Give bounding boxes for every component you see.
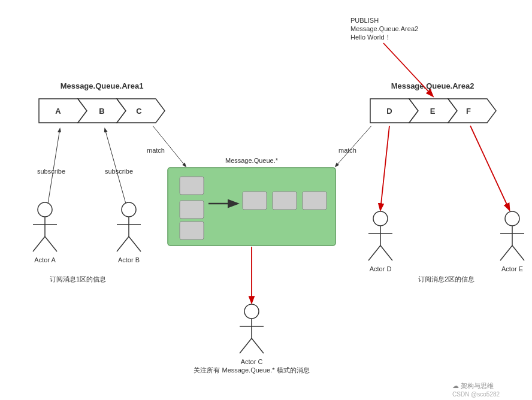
queue1-label-c: C [136,107,142,116]
subscribe-arrow-b [105,129,126,204]
subscribe-label-a: subscribe [37,168,65,175]
queue1-label-b: B [99,107,104,116]
footer-csdn: CSDN @sco5282 [452,391,500,398]
actor-b-label: Actor B [118,256,140,263]
queue2-label-d: D [386,107,392,116]
actor-d-leg-r [380,246,392,260]
actor-a-label: Actor A [34,256,56,263]
actor-d-label: Actor D [370,265,392,272]
actor-a-head [38,202,52,217]
msg-box-4 [243,192,267,210]
actor-a-leg-r [45,237,57,251]
queue2-label-f: F [466,107,471,116]
actor-b-leg-r [129,237,141,251]
publish-msg: Hello World！ [350,34,391,41]
actor-d-head [373,211,388,226]
diagram: A B C D E F Message.Queue.Area1 Message.… [0,0,532,400]
actor-b-leg-l [117,237,129,251]
actor-b-head [122,202,136,217]
queue1-segment-a [39,99,87,123]
footer-brand: ☁ 架构与思维 [452,382,494,389]
area2-sublabel: 订阅消息2区的信息 [418,275,474,283]
match-arrow-1 [153,126,186,166]
msg-box-5 [273,192,297,210]
queue2-title: Message.Queue.Area2 [391,81,474,90]
subscribe-label-b: subscribe [105,168,133,175]
subscribe-arrow-a [48,129,60,204]
actor-e-label: Actor E [501,265,523,272]
msg-box-3 [180,222,204,240]
actor-c-sublabel: 关注所有 Message.Queue.* 模式的消息 [194,366,309,374]
actor-c-head [244,304,259,319]
pattern-label: Message.Queue.* [225,157,279,164]
publish-queue: Message.Queue.Area2 [350,25,418,32]
match-label-2: match [338,147,356,154]
actor-e-leg-r [512,246,524,260]
main-svg: A B C D E F Message.Queue.Area1 Message.… [0,0,532,400]
actor-e-head [505,211,519,226]
msg-box-1 [180,177,204,195]
actor-c-leg-r [252,338,264,353]
queue2-segment-d [370,99,418,123]
queue1-label-a: A [55,107,61,116]
actor-a-leg-l [33,237,45,251]
actor-c-label: Actor C [241,358,263,365]
msg-box-2 [180,201,204,219]
publish-label: PUBLISH [350,17,379,24]
area1-sublabel: 订阅消息1区的信息 [50,275,106,283]
msg-box-6 [303,192,327,210]
actor-c-leg-l [240,338,252,353]
actor-e-arrow [470,126,509,210]
actor-d-leg-l [368,246,380,260]
actor-e-leg-l [500,246,512,260]
match-arrow-2 [335,126,371,166]
actor-d-arrow [380,126,389,210]
match-label-1: match [147,147,165,154]
queue2-label-e: E [430,107,436,116]
queue1-title: Message.Queue.Area1 [61,81,144,90]
